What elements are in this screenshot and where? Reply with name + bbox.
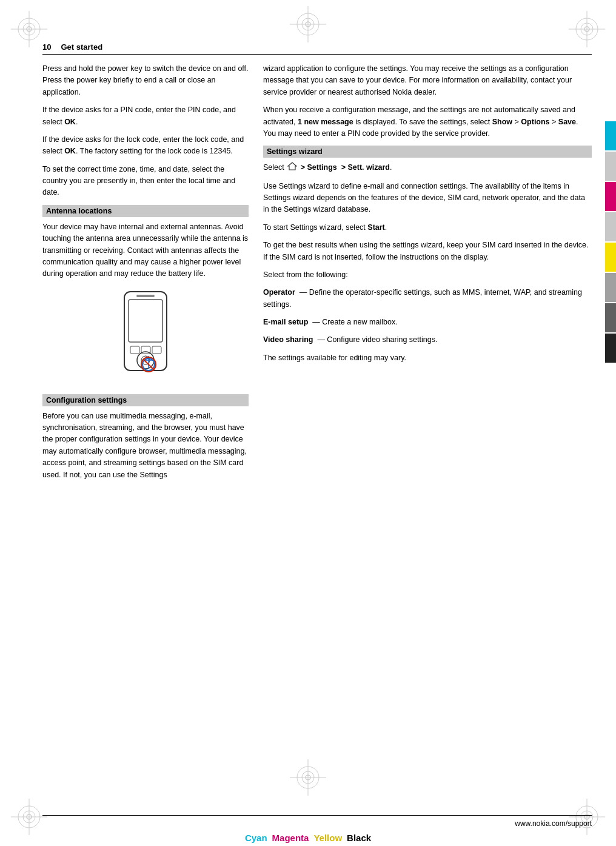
intro-para-3: If the device asks for the lock code, en… [42,134,249,158]
color-bar: Cyan Magenta Yellow Black [0,829,616,846]
side-tab-gray3 [605,273,616,302]
config-text: Before you can use multimedia messaging,… [42,411,249,481]
svg-rect-32 [130,346,139,354]
page-title: Get started [61,42,102,52]
svg-rect-34 [152,346,161,354]
footer-url: www.nokia.com/support [515,819,592,828]
color-cyan: Cyan [243,833,270,843]
right-column: wizard application to configure the sett… [263,63,592,487]
phone-svg [109,289,182,386]
left-column: Press and hold the power key to switch t… [42,63,249,487]
side-tab-gray1 [605,152,616,181]
intro-para-1: Press and hold the power key to switch t… [42,63,249,98]
select-label: Select [263,164,286,172]
phone-illustration [42,289,249,386]
page-header: 10 Get started [42,42,592,55]
select-following: Select from the following: [263,269,592,281]
page-number: 10 [42,42,51,52]
color-magenta: Magenta [270,833,312,843]
settings-path-end: . [390,164,392,172]
side-tab-darkgray [605,303,616,332]
side-tab-magenta [605,182,616,211]
page-footer: www.nokia.com/support [42,815,592,828]
corner-top-right [569,11,605,47]
intro-para-2: If the device asks for a PIN code, enter… [42,104,249,128]
center-top-decoration [290,6,326,44]
side-tabs [605,121,616,363]
home-icon [287,162,297,174]
settings-path: > Settings > Sett. wizard [301,164,390,172]
config-message-text: When you receive a configuration message… [263,104,592,139]
color-black: Black [344,833,373,843]
antenna-heading: Antenna locations [42,205,249,217]
settings-wizard-heading: Settings wizard [263,146,592,158]
wizard-intro: wizard application to configure the sett… [263,63,592,98]
antenna-text: Your device may have internal and extern… [42,221,249,280]
content-area: 10 Get started Press and hold the power … [42,42,592,773]
settings-wizard-select: Select > Settings > Sett. wizard. [263,162,592,174]
item-operator: Operator — Define the operator-specific … [263,287,592,311]
side-tab-yellow [605,243,616,272]
side-tab-cyan [605,121,616,150]
settings-wizard-para3: To get the best results when using the s… [263,240,592,263]
page-wrapper: 10 Get started Press and hold the power … [0,0,616,846]
intro-para-4: To set the correct time zone, time, and … [42,164,249,199]
svg-rect-35 [136,295,155,297]
item-video-sharing: Video sharing — Configure video sharing … [263,334,592,346]
corner-top-left [11,11,47,47]
item-email-setup: E-mail setup — Create a new mailbox. [263,317,592,328]
config-heading: Configuration settings [42,394,249,406]
settings-wizard-para2: To start Settings wizard, select Start. [263,222,592,233]
side-tab-black [605,334,616,363]
svg-rect-31 [129,300,162,342]
settings-wizard-para1: Use Settings wizard to define e-mail and… [263,181,592,216]
side-tab-gray2 [605,212,616,241]
closing-text: The settings available for editing may v… [263,352,592,364]
two-columns: Press and hold the power key to switch t… [42,63,592,487]
svg-marker-43 [288,163,296,170]
color-yellow: Yellow [311,833,344,843]
